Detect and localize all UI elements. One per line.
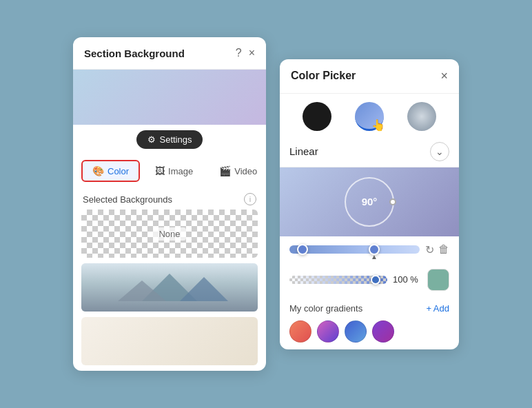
- opacity-bar-wrap: [289, 276, 387, 284]
- color-picker-panel: Color Picker × 👆 Linear ⌄ 90° ▲ ↻: [280, 59, 459, 349]
- gradient-bar[interactable]: [289, 245, 420, 254]
- gradient-bar-wrap: ▲: [289, 245, 420, 254]
- tab-row: 🎨 Color 🖼 Image 🎬 Video: [73, 154, 266, 187]
- delete-icon[interactable]: 🗑: [438, 243, 449, 256]
- selected-bg-label: Selected Backgrounds: [83, 194, 172, 205]
- gradient-dropdown-btn[interactable]: ⌄: [430, 142, 449, 161]
- tab-color[interactable]: 🎨 Color: [81, 160, 140, 182]
- mountain-preview: [81, 263, 258, 312]
- tab-video[interactable]: 🎬 Video: [208, 160, 266, 182]
- settings-button[interactable]: ⚙ Settings: [136, 130, 203, 149]
- gradient-swatch-2[interactable]: [317, 320, 339, 343]
- selected-bg-header: Selected Backgrounds i: [73, 187, 266, 210]
- settings-label: Settings: [160, 134, 192, 145]
- color-type-row: 👆: [280, 94, 459, 136]
- gradients-header: My color gradients + Add: [289, 303, 449, 314]
- section-background-panel: Section Background ? × ⚙ Settings 🎨 Colo…: [73, 37, 266, 371]
- settings-button-container: ⚙ Settings: [73, 125, 266, 154]
- gradient-handle-left[interactable]: [297, 244, 308, 255]
- color-icon: 🎨: [92, 165, 104, 176]
- gradient-swatches: [289, 320, 449, 343]
- gradients-title: My color gradients: [289, 303, 362, 314]
- image-icon: 🖼: [155, 165, 165, 176]
- video-icon: 🎬: [219, 165, 231, 176]
- bg-none-label: None: [153, 227, 185, 241]
- my-gradients-section: My color gradients + Add: [280, 298, 459, 349]
- svg-marker-2: [180, 277, 228, 301]
- solid-color-btn[interactable]: [303, 102, 331, 131]
- cursor-icon: 👆: [371, 119, 385, 132]
- mountain-svg: [101, 270, 238, 305]
- gradient-wheel-area[interactable]: 90°: [280, 167, 459, 236]
- bg-item-none[interactable]: None: [81, 210, 258, 258]
- opacity-value: 100 %: [393, 274, 422, 285]
- gradient-type-label: Linear: [289, 145, 318, 157]
- bar-icons: ↻ 🗑: [425, 243, 449, 256]
- gradient-swatch-4[interactable]: [372, 320, 394, 343]
- panel-title: Section Background: [84, 48, 185, 59]
- info-icon[interactable]: i: [244, 193, 256, 205]
- tab-color-label: Color: [108, 166, 129, 176]
- fruit-preview: [81, 317, 258, 365]
- tab-image[interactable]: 🖼 Image: [144, 160, 204, 182]
- opacity-bar[interactable]: [289, 276, 387, 284]
- gradient-swatch-3[interactable]: [345, 320, 367, 343]
- close-icon[interactable]: ×: [249, 47, 255, 59]
- gradient-color-btn[interactable]: 👆: [355, 102, 384, 131]
- opacity-row: 100 %: [280, 259, 459, 298]
- opacity-handle[interactable]: [371, 275, 380, 285]
- panel-header: Section Background ? ×: [73, 37, 266, 70]
- angle-circle[interactable]: 90°: [345, 177, 394, 227]
- color-picker-close[interactable]: ×: [440, 69, 448, 83]
- chevron-down-icon: ⌄: [436, 146, 444, 157]
- gradient-swatch-1[interactable]: [289, 320, 311, 343]
- color-swatch-preview[interactable]: [427, 269, 449, 291]
- background-list: None: [73, 210, 266, 371]
- color-picker-header: Color Picker ×: [280, 59, 459, 94]
- radial-color-btn[interactable]: [407, 102, 436, 131]
- help-icon[interactable]: ?: [236, 47, 242, 59]
- color-picker-title: Color Picker: [291, 70, 356, 82]
- gear-icon: ⚙: [147, 134, 156, 145]
- panel-preview: [73, 70, 266, 125]
- angle-dot: [389, 198, 396, 205]
- gradient-bar-row: ▲ ↻ 🗑: [280, 236, 459, 259]
- refresh-icon[interactable]: ↻: [425, 243, 434, 256]
- tab-video-label: Video: [234, 166, 257, 176]
- bg-item-mountain[interactable]: [81, 263, 258, 312]
- tab-image-label: Image: [168, 166, 193, 176]
- gradient-caret: ▲: [371, 253, 378, 261]
- angle-label: 90°: [362, 196, 378, 207]
- header-icons: ? ×: [236, 47, 255, 59]
- bg-item-fruit[interactable]: [81, 317, 258, 365]
- gradient-type-row: Linear ⌄: [280, 136, 459, 167]
- add-gradient-btn[interactable]: + Add: [426, 303, 449, 314]
